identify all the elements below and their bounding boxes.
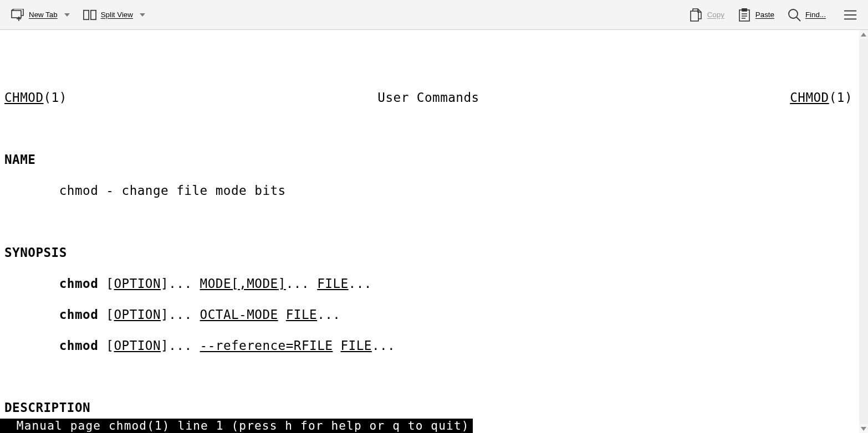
svg-point-11 bbox=[789, 9, 798, 18]
terminal-content: CHMOD(1) User Commands CHMOD(1) NAME chm… bbox=[0, 30, 859, 433]
section-synopsis: SYNOPSIS bbox=[4, 245, 855, 260]
scroll-up-icon[interactable] bbox=[859, 30, 868, 39]
find-button[interactable]: Find... bbox=[782, 5, 831, 25]
svg-rect-6 bbox=[739, 10, 749, 21]
synopsis-line-3: chmod [OPTION]... --reference=RFILE FILE… bbox=[4, 338, 855, 353]
copy-label: Copy bbox=[707, 11, 724, 19]
chevron-down-icon bbox=[140, 13, 145, 17]
search-icon bbox=[788, 8, 801, 22]
man-section-center: User Commands bbox=[377, 90, 479, 105]
copy-button[interactable]: Copy bbox=[684, 5, 730, 25]
paste-icon bbox=[738, 8, 751, 22]
synopsis-line-2: chmod [OPTION]... OCTAL-MODE FILE... bbox=[4, 307, 855, 322]
section-description: DESCRIPTION bbox=[4, 400, 855, 415]
copy-icon bbox=[690, 8, 703, 22]
new-tab-button[interactable]: New Tab bbox=[6, 5, 75, 25]
svg-rect-7 bbox=[742, 8, 747, 11]
man-ref-right: CHMOD(1) bbox=[790, 90, 852, 105]
svg-rect-5 bbox=[691, 11, 698, 21]
svg-rect-0 bbox=[12, 11, 21, 18]
new-tab-icon bbox=[11, 8, 24, 22]
split-view-icon bbox=[83, 8, 96, 22]
svg-line-12 bbox=[796, 17, 800, 21]
chevron-down-icon bbox=[64, 13, 70, 17]
new-tab-label: New Tab bbox=[29, 11, 58, 19]
terminal-toolbar: New Tab Split View Copy bbox=[0, 0, 868, 30]
find-label: Find... bbox=[805, 11, 826, 19]
split-view-button[interactable]: Split View bbox=[78, 5, 151, 25]
split-view-label: Split View bbox=[101, 11, 133, 19]
man-name-desc: chmod - change file mode bits bbox=[4, 183, 855, 198]
hamburger-menu-button[interactable] bbox=[838, 5, 862, 25]
pager-status-bar: Manual page chmod(1) line 1 (press h for… bbox=[0, 419, 473, 433]
scrollbar[interactable] bbox=[859, 30, 868, 433]
section-name: NAME bbox=[4, 152, 855, 167]
svg-rect-4 bbox=[90, 10, 95, 19]
paste-label: Paste bbox=[755, 11, 774, 19]
paste-button[interactable]: Paste bbox=[732, 5, 780, 25]
svg-rect-3 bbox=[84, 10, 89, 19]
terminal-pane[interactable]: CHMOD(1) User Commands CHMOD(1) NAME chm… bbox=[0, 30, 868, 433]
man-ref-left: CHMOD(1) bbox=[4, 90, 67, 105]
synopsis-line-1: chmod [OPTION]... MODE[,MODE]... FILE... bbox=[4, 276, 855, 291]
hamburger-icon bbox=[844, 8, 857, 22]
man-header-line: CHMOD(1) User Commands CHMOD(1) bbox=[4, 90, 855, 105]
scroll-down-icon[interactable] bbox=[859, 424, 868, 433]
